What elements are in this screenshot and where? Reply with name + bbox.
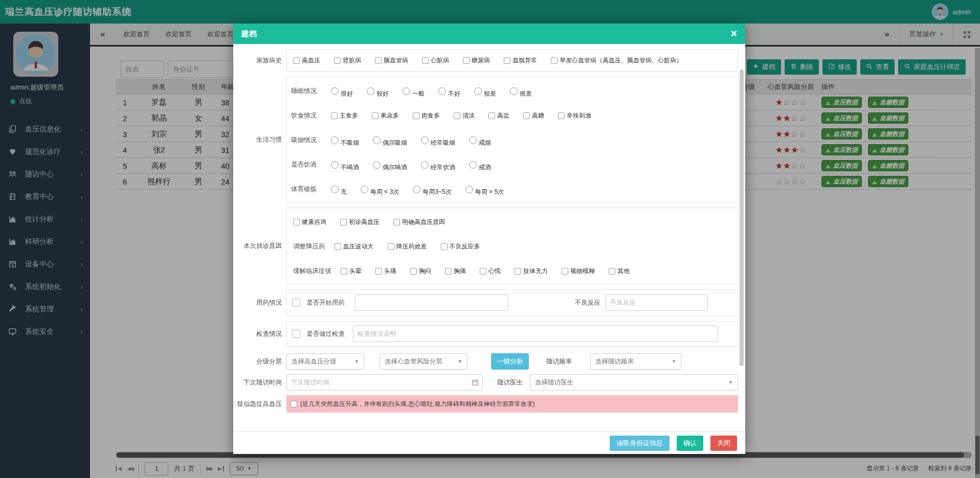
- checkbox-icon[interactable]: [335, 243, 341, 250]
- checkbox-icon[interactable]: [372, 112, 378, 119]
- read-id-card-button[interactable]: 读取身份证信息: [610, 436, 670, 451]
- checkbox-icon[interactable]: [422, 57, 429, 64]
- adjust-medication-checkbox[interactable]: 降压药效差: [388, 242, 427, 251]
- diet-checkbox[interactable]: 果蔬多: [372, 111, 399, 120]
- sleep-radio[interactable]: 很差: [510, 87, 532, 96]
- visit-reason-checkbox[interactable]: 初诊高血压: [340, 218, 380, 226]
- checkbox-icon[interactable]: [609, 268, 615, 275]
- checkbox-icon[interactable]: [410, 268, 417, 275]
- visit-reason-checkbox[interactable]: 健康咨询: [293, 218, 326, 226]
- radio-icon[interactable]: [438, 87, 446, 95]
- radio-icon[interactable]: [510, 87, 518, 95]
- checkbox-icon[interactable]: [562, 268, 568, 275]
- checkbox-icon[interactable]: [523, 112, 530, 119]
- checkbox-icon[interactable]: [454, 112, 460, 119]
- visit-reason-checkbox[interactable]: 明确高血压原因: [393, 218, 445, 226]
- checkbox-icon[interactable]: [340, 219, 347, 225]
- exercise-radio[interactable]: 每周 > 5次: [465, 185, 504, 194]
- medication-checkbox[interactable]: [292, 299, 300, 307]
- radio-icon[interactable]: [367, 87, 374, 95]
- sleep-radio[interactable]: 较好: [367, 87, 389, 96]
- examination-checkbox[interactable]: [292, 330, 300, 338]
- checkbox-icon[interactable]: [441, 243, 448, 250]
- checkbox-icon[interactable]: [413, 112, 419, 119]
- confirm-button[interactable]: 确认: [677, 436, 703, 451]
- smoking-radio[interactable]: 戒烟: [469, 136, 491, 145]
- symptom-checkbox[interactable]: 其他: [609, 267, 630, 276]
- checkbox-icon[interactable]: [463, 57, 470, 64]
- checkbox-icon[interactable]: [293, 57, 300, 64]
- checkbox-icon[interactable]: [293, 219, 300, 225]
- drinking-radio[interactable]: 戒酒: [469, 161, 491, 169]
- checkbox-icon[interactable]: [445, 268, 452, 275]
- followup-doctor-select[interactable]: 选择随访医生▼: [530, 374, 738, 391]
- symptom-checkbox[interactable]: 胸闷: [410, 267, 431, 276]
- checkbox-icon[interactable]: [393, 219, 400, 225]
- diet-checkbox[interactable]: 辛辣刺激: [558, 111, 591, 120]
- exercise-radio[interactable]: 每周 < 3次: [361, 185, 399, 194]
- drinking-radio[interactable]: 不喝酒: [331, 161, 359, 169]
- symptom-checkbox[interactable]: 头晕: [341, 267, 362, 276]
- sleep-radio[interactable]: 很好: [331, 87, 353, 96]
- family-history-checkbox[interactable]: 血脂异常: [504, 56, 537, 65]
- adjust-medication-checkbox[interactable]: 不良反应多: [441, 242, 480, 251]
- smoking-radio[interactable]: 偶尔吸烟: [373, 136, 407, 145]
- checkbox-icon[interactable]: [375, 268, 382, 275]
- adjust-medication-checkbox[interactable]: 血压波动大: [335, 242, 374, 251]
- close-icon[interactable]: ×: [730, 28, 737, 39]
- radio-icon[interactable]: [373, 136, 381, 144]
- followup-frequency-select[interactable]: 选择随访频率▼: [590, 353, 681, 370]
- sleep-radio[interactable]: 较差: [474, 87, 496, 96]
- radio-icon[interactable]: [474, 87, 482, 95]
- radio-icon[interactable]: [331, 87, 339, 95]
- family-history-checkbox[interactable]: 心脏病: [422, 56, 449, 65]
- family-history-checkbox[interactable]: 糖尿病: [463, 56, 490, 65]
- diet-checkbox[interactable]: 高盐: [488, 111, 509, 120]
- drinking-radio[interactable]: 偶尔喝酒: [373, 161, 407, 169]
- family-history-checkbox[interactable]: 高血压: [293, 56, 320, 65]
- drinking-radio[interactable]: 经常饮酒: [421, 161, 455, 169]
- one-click-analyze-button[interactable]: 一键分析: [491, 353, 529, 370]
- symptom-checkbox[interactable]: 肢体无力: [515, 267, 548, 276]
- close-button[interactable]: 关闭: [710, 436, 737, 451]
- smoking-radio[interactable]: 不吸烟: [331, 136, 359, 145]
- checkbox-icon[interactable]: [551, 57, 558, 64]
- family-history-checkbox[interactable]: 早发心血管病（高血压、脑血管病、心脏病）: [551, 56, 682, 65]
- emergency-checkbox[interactable]: [291, 401, 297, 407]
- symptom-checkbox[interactable]: 胸痛: [445, 267, 466, 276]
- checkbox-icon[interactable]: [488, 112, 495, 119]
- checkbox-icon[interactable]: [341, 268, 347, 275]
- radio-icon[interactable]: [403, 87, 410, 95]
- radio-icon[interactable]: [421, 136, 429, 144]
- checkbox-icon[interactable]: [375, 57, 382, 64]
- radio-icon[interactable]: [469, 161, 477, 169]
- checkbox-icon[interactable]: [504, 57, 510, 64]
- calendar-icon[interactable]: [471, 378, 479, 386]
- checkbox-icon[interactable]: [331, 112, 338, 119]
- checkbox-icon[interactable]: [515, 268, 521, 275]
- radio-icon[interactable]: [331, 186, 339, 193]
- symptom-checkbox[interactable]: 视物模糊: [562, 267, 595, 276]
- symptom-checkbox[interactable]: 头痛: [375, 267, 396, 276]
- checkbox-icon[interactable]: [480, 268, 486, 275]
- family-history-checkbox[interactable]: 脑血管病: [375, 56, 408, 65]
- diet-checkbox[interactable]: 主食多: [331, 111, 358, 120]
- adverse-reaction-input[interactable]: [606, 294, 708, 311]
- radio-icon[interactable]: [421, 161, 429, 169]
- sleep-radio[interactable]: 一般: [403, 87, 425, 96]
- checkbox-icon[interactable]: [558, 112, 565, 119]
- cv-risk-select[interactable]: 选择心血管风险分层▼: [380, 353, 467, 370]
- radio-icon[interactable]: [469, 136, 477, 144]
- radio-icon[interactable]: [373, 161, 381, 169]
- radio-icon[interactable]: [413, 186, 420, 193]
- examination-input[interactable]: [353, 326, 718, 342]
- symptom-checkbox[interactable]: 心慌: [480, 267, 501, 276]
- medication-input[interactable]: [355, 294, 508, 311]
- checkbox-icon[interactable]: [334, 57, 341, 64]
- family-history-checkbox[interactable]: 肾脏病: [334, 56, 361, 65]
- sleep-radio[interactable]: 不好: [438, 87, 460, 96]
- radio-icon[interactable]: [465, 186, 473, 193]
- checkbox-icon[interactable]: [388, 243, 394, 250]
- diet-checkbox[interactable]: 清淡: [454, 111, 475, 120]
- radio-icon[interactable]: [331, 136, 339, 144]
